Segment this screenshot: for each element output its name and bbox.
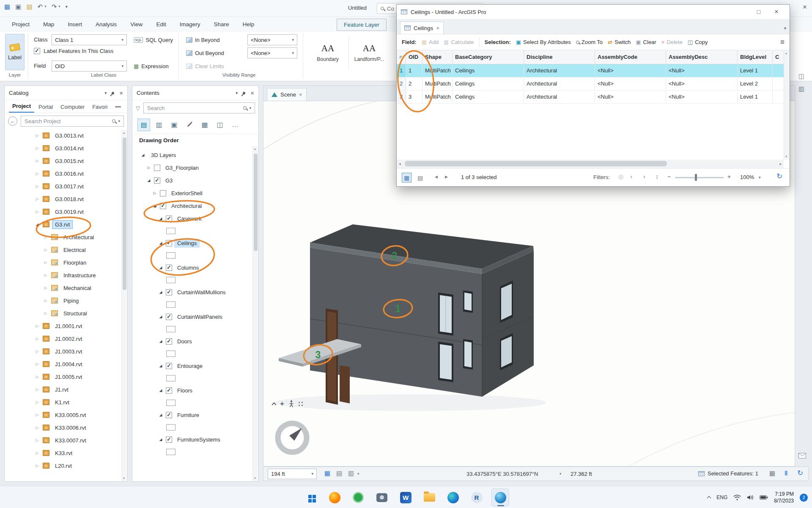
table-row[interactable]: 22MultiPatchCeilingsArchitectural<Null><… xyxy=(397,77,784,91)
expand-collapsed-icon[interactable] xyxy=(34,197,40,201)
expand-expanded-icon[interactable] xyxy=(158,241,164,245)
layer-visibility-checkbox[interactable] xyxy=(166,289,172,295)
snap-grid-icon[interactable] xyxy=(324,470,330,476)
in-beyond-dropdown[interactable]: <None> xyxy=(247,34,297,45)
refresh-icon[interactable] xyxy=(776,173,782,180)
ribbon-tab-imagery[interactable]: Imagery xyxy=(174,19,206,30)
scroll-up-icon[interactable] xyxy=(123,131,125,135)
catalog-item[interactable]: K33.0007.rvt xyxy=(5,434,127,447)
sort-icon[interactable] xyxy=(656,174,658,179)
chevron-down-icon[interactable] xyxy=(357,472,359,476)
close-icon[interactable] xyxy=(299,92,302,97)
catalog-item[interactable]: J1.0005.rvt xyxy=(5,370,127,383)
contents-layer[interactable]: Ceilings xyxy=(132,237,258,249)
close-icon[interactable] xyxy=(250,90,254,96)
symbol-swatch[interactable] xyxy=(166,228,176,234)
layer-visibility-checkbox[interactable] xyxy=(166,363,172,369)
expand-collapsed-icon[interactable] xyxy=(34,451,40,455)
list-by-snapping-icon[interactable] xyxy=(198,119,211,131)
catalog-item[interactable]: G3.0014.rvt xyxy=(5,142,127,155)
zoom-in-icon[interactable] xyxy=(727,174,731,179)
expand-collapsed-icon[interactable] xyxy=(34,425,40,430)
catalog-tab-project[interactable]: Project xyxy=(9,101,34,113)
sql-query-button[interactable]: SQL SQL Query xyxy=(130,34,176,45)
catalog-item[interactable]: K33.0006.rvt xyxy=(5,421,127,434)
symbol-swatch[interactable] xyxy=(166,351,176,357)
expand-collapsed-icon[interactable] xyxy=(34,146,40,150)
layer-visibility-checkbox[interactable] xyxy=(166,265,172,271)
ribbon-tab-analysis[interactable]: Analysis xyxy=(90,19,123,30)
filter-icon[interactable] xyxy=(136,105,140,111)
redo-menu-icon[interactable] xyxy=(58,5,60,8)
docked-tab-icon[interactable] xyxy=(798,86,804,92)
catalog-item[interactable]: K33.0005.rvt xyxy=(5,409,127,421)
catalog-tab-portal[interactable]: Portal xyxy=(35,102,56,113)
chevron-down-icon[interactable] xyxy=(118,119,120,123)
layer-visibility-checkbox[interactable] xyxy=(160,190,166,196)
class-dropdown[interactable]: Class 1 xyxy=(52,34,127,45)
column-header-c[interactable]: C xyxy=(773,50,784,64)
contents-layer[interactable]: G3 xyxy=(132,174,258,187)
close-icon[interactable] xyxy=(119,90,123,96)
layer-visibility-checkbox[interactable] xyxy=(166,314,172,320)
ribbon-tab-share[interactable]: Share xyxy=(208,19,235,30)
volume-icon[interactable] xyxy=(747,494,754,500)
redo-icon[interactable] xyxy=(52,3,57,10)
layer-visibility-checkbox[interactable] xyxy=(166,240,172,246)
chevron-down-icon[interactable] xyxy=(759,176,761,179)
select-all-corner[interactable] xyxy=(397,50,406,64)
expression-button[interactable]: Expression xyxy=(130,61,172,72)
contents-search-input[interactable]: Search xyxy=(143,102,255,113)
list-by-data-source-icon[interactable] xyxy=(153,119,165,131)
contents-layer[interactable]: Architectural xyxy=(132,199,258,212)
docked-tab-icon[interactable] xyxy=(798,73,804,79)
symbol-swatch[interactable] xyxy=(166,449,176,455)
table-row[interactable]: 11MultiPatchCeilingsArchitectural<Null><… xyxy=(397,64,784,77)
expand-collapsed-icon[interactable] xyxy=(43,248,49,252)
ribbon-tab-view[interactable]: View xyxy=(124,19,148,30)
last-record-icon[interactable] xyxy=(445,174,448,179)
scroll-down-icon[interactable] xyxy=(254,477,256,480)
symbol-swatch[interactable] xyxy=(166,277,176,283)
ribbon-tab-project[interactable]: Project xyxy=(6,19,36,30)
taskbar-snipping-tool-icon[interactable] xyxy=(349,489,367,506)
column-header-assemblydesc[interactable]: AssemblyDesc xyxy=(666,50,738,64)
symbol-swatch[interactable] xyxy=(166,252,176,259)
label-features-checkbox[interactable] xyxy=(34,48,40,54)
contents-layer[interactable]: 3D Layers xyxy=(132,149,258,161)
catalog-item[interactable]: Piping xyxy=(5,294,127,307)
expand-collapsed-icon[interactable] xyxy=(34,337,40,341)
out-beyond-dropdown[interactable]: <None> xyxy=(247,47,297,58)
walk-mode-icon[interactable] xyxy=(288,400,294,408)
contents-layer[interactable]: CurtainWallMullions xyxy=(132,286,258,298)
column-header-oid[interactable]: OID xyxy=(406,50,422,64)
ribbon-tab-feature-layer[interactable]: Feature Layer xyxy=(337,19,387,31)
zoom-out-icon[interactable] xyxy=(667,174,671,179)
scroll-down-icon[interactable] xyxy=(123,477,125,480)
save-icon[interactable] xyxy=(15,3,21,10)
catalog-item[interactable]: J1.0001.rvt xyxy=(5,320,127,332)
wifi-icon[interactable] xyxy=(733,494,741,500)
taskbar-word-icon[interactable] xyxy=(397,489,414,506)
back-icon[interactable] xyxy=(8,116,17,126)
layer-visibility-checkbox[interactable] xyxy=(166,412,172,418)
expand-collapsed-icon[interactable] xyxy=(43,273,49,277)
row-number[interactable]: 1 xyxy=(397,64,406,77)
ribbon-tab-edit[interactable]: Edit xyxy=(150,19,172,30)
list-by-editing-icon[interactable] xyxy=(183,119,196,131)
expand-collapsed-icon[interactable] xyxy=(34,362,40,366)
label-toggle-button[interactable]: Label xyxy=(5,34,25,70)
taskbar-start-icon[interactable] xyxy=(302,489,320,506)
catalog-item[interactable]: G3.0017.rvt xyxy=(5,180,127,193)
contents-layer[interactable]: ExteriorShell xyxy=(132,187,258,199)
selected-features-status[interactable]: Selected Features: 1 xyxy=(698,470,758,477)
table-window-titlebar[interactable]: Ceilings - Untitled - ArcGIS Pro xyxy=(397,5,790,19)
catalog-item[interactable]: G3.0018.rvt xyxy=(5,193,127,205)
chevron-down-icon[interactable] xyxy=(249,106,251,110)
notification-icon[interactable] xyxy=(798,453,806,458)
zoom-slider[interactable] xyxy=(675,177,724,178)
expand-collapsed-icon[interactable] xyxy=(43,298,49,303)
catalog-item[interactable]: G3.0016.rvt xyxy=(5,167,127,180)
catalog-item[interactable]: G3.0019.rvt xyxy=(5,205,127,218)
scale-dropdown[interactable]: 194 ft xyxy=(268,469,317,479)
